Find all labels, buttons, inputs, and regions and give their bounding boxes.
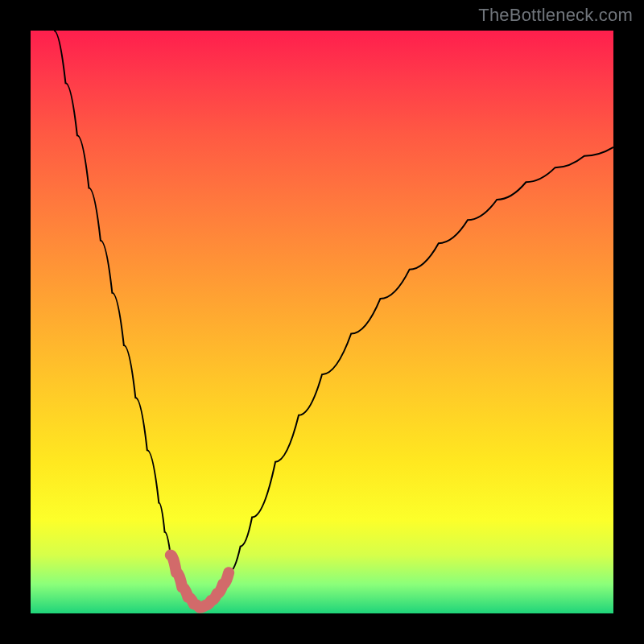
chart-svg bbox=[31, 31, 613, 613]
curve-right bbox=[200, 147, 613, 608]
chart-frame: TheBottleneck.com bbox=[0, 0, 644, 644]
watermark-text: TheBottleneck.com bbox=[478, 5, 633, 26]
curve-left bbox=[54, 31, 200, 608]
bottom-highlight bbox=[171, 555, 229, 608]
